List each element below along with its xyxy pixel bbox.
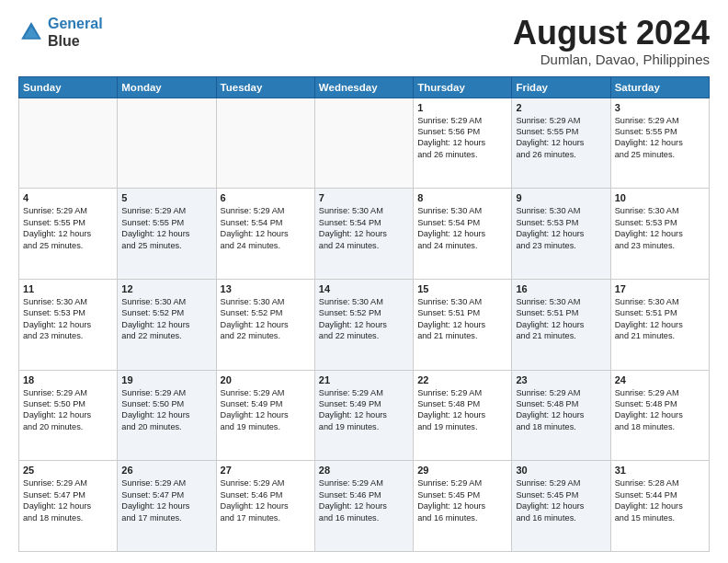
calendar-table: SundayMondayTuesdayWednesdayThursdayFrid…	[18, 76, 710, 552]
day-header-tuesday: Tuesday	[216, 76, 314, 98]
day-header-saturday: Saturday	[610, 76, 709, 98]
day-number: 19	[121, 374, 211, 385]
calendar-cell: 2Sunrise: 5:29 AM Sunset: 5:55 PM Daylig…	[512, 98, 610, 189]
calendar-cell: 7Sunrise: 5:30 AM Sunset: 5:54 PM Daylig…	[314, 189, 413, 280]
calendar-week-1: 1Sunrise: 5:29 AM Sunset: 5:56 PM Daylig…	[19, 98, 710, 189]
calendar-cell: 21Sunrise: 5:29 AM Sunset: 5:49 PM Dayli…	[314, 370, 413, 461]
day-header-thursday: Thursday	[414, 76, 512, 98]
day-number: 13	[221, 283, 311, 294]
cell-info: Sunrise: 5:29 AM Sunset: 5:54 PM Dayligh…	[221, 205, 311, 251]
cell-info: Sunrise: 5:29 AM Sunset: 5:55 PM Dayligh…	[615, 115, 705, 161]
calendar-cell: 28Sunrise: 5:29 AM Sunset: 5:46 PM Dayli…	[314, 461, 413, 552]
calendar-cell	[216, 98, 314, 189]
day-number: 15	[417, 283, 507, 294]
cell-info: Sunrise: 5:30 AM Sunset: 5:52 PM Dayligh…	[121, 296, 211, 342]
calendar-cell: 22Sunrise: 5:29 AM Sunset: 5:48 PM Dayli…	[414, 370, 512, 461]
calendar-cell: 13Sunrise: 5:30 AM Sunset: 5:52 PM Dayli…	[216, 279, 314, 370]
day-number: 20	[221, 374, 311, 385]
cell-info: Sunrise: 5:30 AM Sunset: 5:51 PM Dayligh…	[516, 296, 606, 342]
day-number: 10	[615, 192, 705, 203]
cell-info: Sunrise: 5:29 AM Sunset: 5:45 PM Dayligh…	[516, 477, 606, 523]
calendar-cell: 5Sunrise: 5:29 AM Sunset: 5:55 PM Daylig…	[118, 189, 216, 280]
cell-info: Sunrise: 5:30 AM Sunset: 5:52 PM Dayligh…	[319, 296, 409, 342]
location: Dumlan, Davao, Philippines	[513, 52, 710, 67]
calendar-week-3: 11Sunrise: 5:30 AM Sunset: 5:53 PM Dayli…	[19, 279, 710, 370]
cell-info: Sunrise: 5:30 AM Sunset: 5:53 PM Dayligh…	[615, 205, 705, 251]
calendar-week-4: 18Sunrise: 5:29 AM Sunset: 5:50 PM Dayli…	[19, 370, 710, 461]
calendar-cell: 31Sunrise: 5:28 AM Sunset: 5:44 PM Dayli…	[610, 461, 709, 552]
day-number: 30	[516, 465, 606, 476]
calendar-cell: 20Sunrise: 5:29 AM Sunset: 5:49 PM Dayli…	[216, 370, 314, 461]
calendar-cell: 30Sunrise: 5:29 AM Sunset: 5:45 PM Dayli…	[512, 461, 610, 552]
logo-text: General Blue	[48, 15, 103, 50]
day-number: 17	[615, 283, 705, 294]
calendar-cell: 3Sunrise: 5:29 AM Sunset: 5:55 PM Daylig…	[610, 98, 709, 189]
calendar-cell: 17Sunrise: 5:30 AM Sunset: 5:51 PM Dayli…	[610, 279, 709, 370]
day-number: 7	[319, 192, 409, 203]
calendar-cell	[118, 98, 216, 189]
calendar-cell: 12Sunrise: 5:30 AM Sunset: 5:52 PM Dayli…	[118, 279, 216, 370]
day-number: 9	[516, 192, 606, 203]
calendar-cell: 24Sunrise: 5:29 AM Sunset: 5:48 PM Dayli…	[610, 370, 709, 461]
logo-icon	[18, 19, 44, 45]
day-number: 24	[615, 374, 705, 385]
calendar-cell: 23Sunrise: 5:29 AM Sunset: 5:48 PM Dayli…	[512, 370, 610, 461]
day-number: 5	[121, 192, 211, 203]
cell-info: Sunrise: 5:30 AM Sunset: 5:54 PM Dayligh…	[417, 205, 507, 251]
calendar-week-5: 25Sunrise: 5:29 AM Sunset: 5:47 PM Dayli…	[19, 461, 710, 552]
calendar-cell: 16Sunrise: 5:30 AM Sunset: 5:51 PM Dayli…	[512, 279, 610, 370]
title-block: August 2024 Dumlan, Davao, Philippines	[513, 15, 710, 67]
calendar-cell	[314, 98, 413, 189]
calendar-header-row: SundayMondayTuesdayWednesdayThursdayFrid…	[19, 76, 710, 98]
cell-info: Sunrise: 5:29 AM Sunset: 5:48 PM Dayligh…	[417, 387, 507, 433]
day-number: 18	[23, 374, 113, 385]
calendar-cell: 9Sunrise: 5:30 AM Sunset: 5:53 PM Daylig…	[512, 189, 610, 280]
day-number: 23	[516, 374, 606, 385]
day-number: 2	[516, 102, 606, 113]
cell-info: Sunrise: 5:30 AM Sunset: 5:53 PM Dayligh…	[23, 296, 113, 342]
day-number: 8	[417, 192, 507, 203]
cell-info: Sunrise: 5:29 AM Sunset: 5:47 PM Dayligh…	[121, 477, 211, 523]
day-number: 1	[417, 102, 507, 113]
cell-info: Sunrise: 5:29 AM Sunset: 5:47 PM Dayligh…	[23, 477, 113, 523]
day-number: 14	[319, 283, 409, 294]
calendar-cell: 11Sunrise: 5:30 AM Sunset: 5:53 PM Dayli…	[19, 279, 118, 370]
day-number: 29	[417, 465, 507, 476]
day-number: 25	[23, 465, 113, 476]
calendar-week-2: 4Sunrise: 5:29 AM Sunset: 5:55 PM Daylig…	[19, 189, 710, 280]
calendar-cell: 29Sunrise: 5:29 AM Sunset: 5:45 PM Dayli…	[414, 461, 512, 552]
calendar-cell: 10Sunrise: 5:30 AM Sunset: 5:53 PM Dayli…	[610, 189, 709, 280]
cell-info: Sunrise: 5:29 AM Sunset: 5:55 PM Dayligh…	[516, 115, 606, 161]
logo-general: General	[48, 16, 103, 31]
calendar-cell: 25Sunrise: 5:29 AM Sunset: 5:47 PM Dayli…	[19, 461, 118, 552]
calendar-cell: 19Sunrise: 5:29 AM Sunset: 5:50 PM Dayli…	[118, 370, 216, 461]
page: General Blue August 2024 Dumlan, Davao, …	[0, 0, 728, 563]
cell-info: Sunrise: 5:29 AM Sunset: 5:45 PM Dayligh…	[417, 477, 507, 523]
cell-info: Sunrise: 5:29 AM Sunset: 5:55 PM Dayligh…	[23, 205, 113, 251]
day-number: 26	[121, 465, 211, 476]
cell-info: Sunrise: 5:29 AM Sunset: 5:50 PM Dayligh…	[23, 387, 113, 433]
day-number: 22	[417, 374, 507, 385]
day-number: 12	[121, 283, 211, 294]
day-number: 31	[615, 465, 705, 476]
calendar-cell: 18Sunrise: 5:29 AM Sunset: 5:50 PM Dayli…	[19, 370, 118, 461]
cell-info: Sunrise: 5:29 AM Sunset: 5:46 PM Dayligh…	[319, 477, 409, 523]
cell-info: Sunrise: 5:30 AM Sunset: 5:52 PM Dayligh…	[221, 296, 311, 342]
cell-info: Sunrise: 5:29 AM Sunset: 5:49 PM Dayligh…	[221, 387, 311, 433]
calendar-cell: 1Sunrise: 5:29 AM Sunset: 5:56 PM Daylig…	[414, 98, 512, 189]
cell-info: Sunrise: 5:29 AM Sunset: 5:46 PM Dayligh…	[221, 477, 311, 523]
day-number: 21	[319, 374, 409, 385]
cell-info: Sunrise: 5:30 AM Sunset: 5:54 PM Dayligh…	[319, 205, 409, 251]
cell-info: Sunrise: 5:29 AM Sunset: 5:48 PM Dayligh…	[516, 387, 606, 433]
cell-info: Sunrise: 5:30 AM Sunset: 5:51 PM Dayligh…	[615, 296, 705, 342]
day-number: 27	[221, 465, 311, 476]
logo-blue-word: Blue	[48, 33, 80, 49]
calendar-cell: 6Sunrise: 5:29 AM Sunset: 5:54 PM Daylig…	[216, 189, 314, 280]
day-number: 6	[221, 192, 311, 203]
day-number: 4	[23, 192, 113, 203]
cell-info: Sunrise: 5:29 AM Sunset: 5:48 PM Dayligh…	[615, 387, 705, 433]
day-header-friday: Friday	[512, 76, 610, 98]
cell-info: Sunrise: 5:30 AM Sunset: 5:51 PM Dayligh…	[417, 296, 507, 342]
calendar-cell: 27Sunrise: 5:29 AM Sunset: 5:46 PM Dayli…	[216, 461, 314, 552]
day-header-monday: Monday	[118, 76, 216, 98]
